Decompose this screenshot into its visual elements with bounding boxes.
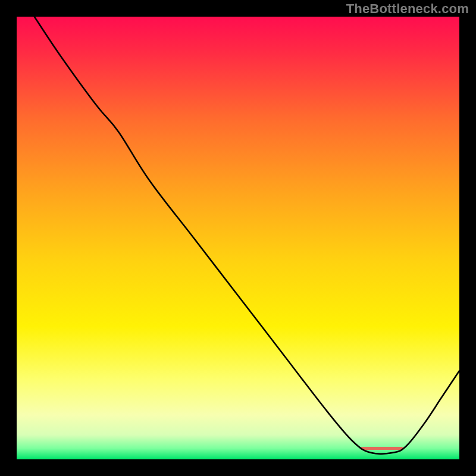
bottleneck-chart bbox=[17, 17, 459, 459]
gradient-panel bbox=[17, 17, 459, 459]
watermark-text: TheBottleneck.com bbox=[346, 1, 469, 17]
chart-stage: TheBottleneck.com bbox=[0, 0, 476, 476]
